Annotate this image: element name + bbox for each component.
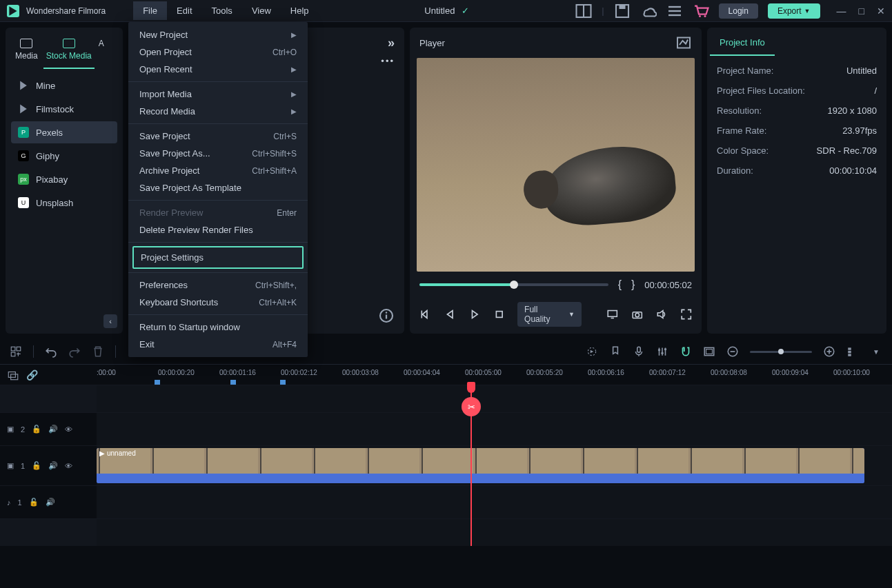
mute-icon[interactable]: 🔊 — [48, 461, 58, 470]
maximize-icon[interactable]: □ — [859, 6, 864, 17]
safe-zone-icon[interactable] — [703, 345, 715, 358]
menu-exit[interactable]: ExitAlt+F4 — [128, 336, 308, 353]
mixer-icon[interactable] — [656, 345, 668, 358]
tab-more[interactable]: A — [97, 36, 107, 69]
undo-icon[interactable] — [45, 345, 57, 358]
cart-icon[interactable] — [693, 3, 709, 19]
volume-icon[interactable] — [655, 308, 668, 321]
tab-media[interactable]: Media — [12, 36, 41, 69]
prev-frame-icon[interactable] — [419, 308, 432, 321]
fx-track-num: 2 — [21, 425, 25, 434]
more-options-icon[interactable]: ••• — [381, 56, 395, 66]
player-timecode: 00:00:05:02 — [644, 280, 692, 290]
mic-icon[interactable] — [633, 345, 645, 358]
render-icon[interactable] — [586, 345, 598, 358]
quality-dropdown[interactable]: Full Quality▼ — [517, 302, 582, 327]
marker-icon[interactable] — [609, 345, 622, 358]
sidebar-item-mine[interactable]: Mine — [11, 74, 117, 97]
ruler-tick: 00:00:05:00 — [465, 369, 502, 376]
svg-rect-36 — [848, 347, 851, 349]
sidebar-label: Unsplash — [36, 198, 73, 208]
pixabay-icon: px — [18, 174, 29, 185]
menu-keyboard-shortcuts[interactable]: Keyboard ShortcutsCtrl+Alt+K — [128, 294, 308, 311]
menu-view[interactable]: View — [242, 1, 281, 20]
menu-tools[interactable]: Tools — [202, 1, 242, 20]
sidebar-item-filmstock[interactable]: Filmstock — [11, 98, 117, 120]
menu-edit[interactable]: Edit — [167, 1, 201, 20]
sidebar-item-unsplash[interactable]: UUnsplash — [11, 192, 117, 214]
lock-icon[interactable]: 🔓 — [29, 498, 39, 507]
add-track-icon[interactable] — [10, 345, 22, 358]
menu-preferences[interactable]: PreferencesCtrl+Shift+, — [128, 276, 308, 294]
hamburger-icon[interactable] — [666, 3, 683, 19]
play-back-icon[interactable] — [444, 308, 457, 321]
track-view-icon[interactable] — [846, 345, 859, 358]
camera-icon[interactable] — [631, 308, 644, 321]
video-clip[interactable]: ▶unnamed — [97, 448, 864, 483]
collapse-sidebar-icon[interactable]: ‹ — [103, 314, 117, 328]
scrub-slider[interactable] — [419, 283, 608, 286]
menu-open-recent[interactable]: Open Recent▶ — [128, 61, 308, 78]
redo-icon[interactable] — [68, 345, 81, 358]
menu-import-media[interactable]: Import Media▶ — [128, 85, 308, 103]
expand-icon[interactable]: » — [388, 36, 395, 50]
svg-rect-14 — [608, 311, 617, 317]
mark-out-icon[interactable]: } — [631, 278, 635, 291]
chevron-down-icon[interactable]: ▼ — [870, 345, 882, 358]
zoom-out-icon[interactable] — [726, 345, 739, 358]
sidebar-item-pixabay[interactable]: pxPixabay — [11, 168, 117, 190]
playhead[interactable]: ✂ — [470, 385, 472, 546]
stop-icon[interactable] — [493, 308, 506, 321]
menu-open-project[interactable]: Open ProjectCtrl+O — [128, 43, 308, 61]
player-viewport[interactable] — [417, 58, 695, 272]
ruler-tick: 00:00:07:12 — [649, 369, 686, 376]
lock-icon[interactable]: 🔓 — [32, 425, 41, 434]
menu-delete-preview-render-files[interactable]: Delete Preview Render Files — [128, 221, 308, 239]
scissors-icon[interactable]: ✂ — [462, 397, 481, 416]
login-button[interactable]: Login — [719, 3, 758, 19]
zoom-in-icon[interactable] — [823, 345, 835, 358]
eye-icon[interactable]: 👁 — [65, 462, 72, 470]
menu-save-project-as-[interactable]: Save Project As...Ctrl+Shift+S — [128, 145, 308, 162]
play-icon[interactable] — [468, 308, 481, 321]
menu-record-media[interactable]: Record Media▶ — [128, 103, 308, 120]
menu-help[interactable]: Help — [281, 1, 319, 20]
video-track-icon: ▣ — [7, 461, 14, 470]
mute-icon[interactable]: 🔊 — [46, 498, 55, 507]
menu-new-project[interactable]: New Project▶ — [128, 26, 308, 43]
mute-icon[interactable]: 🔊 — [48, 425, 58, 434]
eye-icon[interactable]: 👁 — [65, 425, 72, 434]
save-icon[interactable] — [614, 3, 631, 19]
fullscreen-icon[interactable] — [680, 308, 693, 321]
menu-save-project-as-template[interactable]: Save Project As Template — [128, 179, 308, 196]
menu-return-to-startup-window[interactable]: Return to Startup window — [128, 318, 308, 336]
menu-file[interactable]: File — [133, 1, 167, 20]
tab-stock-media[interactable]: Stock Media — [43, 36, 95, 69]
mark-in-icon[interactable]: { — [618, 278, 622, 291]
menu-save-project[interactable]: Save ProjectCtrl+S — [128, 128, 308, 145]
lock-icon[interactable]: 🔓 — [32, 461, 41, 470]
svg-point-26 — [658, 349, 660, 351]
layout-icon[interactable] — [575, 3, 592, 19]
info-row: Project Files Location:/ — [717, 85, 877, 96]
zoom-slider[interactable] — [750, 351, 812, 353]
delete-icon[interactable] — [92, 345, 104, 358]
svg-point-28 — [664, 348, 666, 350]
close-icon[interactable]: ✕ — [877, 6, 885, 17]
svg-rect-38 — [848, 354, 851, 356]
display-icon[interactable] — [606, 308, 619, 321]
snapshot-chart-icon[interactable] — [675, 34, 692, 51]
link-icon[interactable]: 🔗 — [26, 369, 38, 381]
sidebar-item-pexels[interactable]: PPexels — [11, 121, 117, 143]
menu-archive-project[interactable]: Archive ProjectCtrl+Shift+A — [128, 162, 308, 179]
cloud-icon[interactable] — [640, 3, 657, 19]
sidebar-item-giphy[interactable]: GGiphy — [11, 145, 117, 167]
minimize-icon[interactable]: — — [837, 6, 846, 17]
magnet-icon[interactable] — [680, 345, 692, 358]
svg-point-17 — [635, 313, 639, 316]
menu-project-settings[interactable]: Project Settings — [132, 246, 304, 269]
tab-project-info[interactable]: Project Info — [710, 30, 775, 56]
nest-icon[interactable] — [7, 369, 19, 381]
info-icon[interactable] — [378, 307, 395, 324]
export-button[interactable]: Export▼ — [768, 3, 820, 19]
